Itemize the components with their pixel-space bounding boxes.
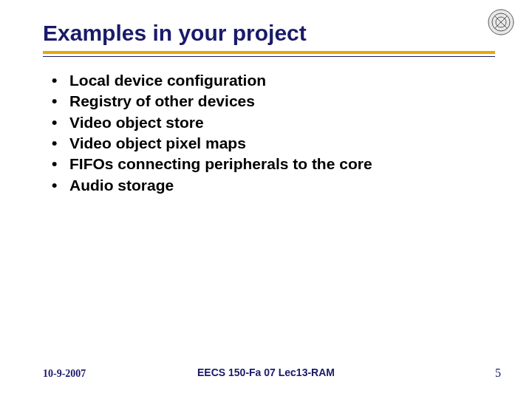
list-item: Video object store bbox=[52, 112, 495, 133]
list-item: Local device configuration bbox=[52, 70, 495, 91]
list-item: Video object pixel maps bbox=[52, 133, 495, 154]
slide-title: Examples in your project bbox=[43, 21, 495, 45]
footer: 10-9-2007 EECS 150-Fa 07 Lec13-RAM 5 bbox=[0, 366, 532, 380]
slide: Examples in your project Local device co… bbox=[0, 0, 532, 399]
bullet-text: Registry of other devices bbox=[69, 92, 255, 109]
bullet-text: FIFOs connecting peripherals to the core bbox=[69, 155, 372, 172]
bullet-list: Local device configuration Registry of o… bbox=[43, 70, 495, 196]
list-item: Registry of other devices bbox=[52, 91, 495, 112]
rule-thick bbox=[43, 51, 495, 54]
footer-course: EECS 150-Fa 07 Lec13-RAM bbox=[197, 366, 335, 378]
bullet-text: Local device configuration bbox=[69, 72, 266, 89]
list-item: Audio storage bbox=[52, 175, 495, 196]
list-item: FIFOs connecting peripherals to the core bbox=[52, 154, 495, 174]
rule-thin bbox=[43, 56, 495, 57]
footer-date: 10-9-2007 bbox=[43, 368, 86, 380]
bullet-text: Video object store bbox=[69, 114, 204, 131]
seal-icon bbox=[488, 9, 514, 35]
footer-page: 5 bbox=[495, 366, 501, 380]
bullet-text: Audio storage bbox=[69, 177, 174, 194]
title-underline bbox=[43, 51, 495, 57]
bullet-text: Video object pixel maps bbox=[69, 134, 246, 151]
